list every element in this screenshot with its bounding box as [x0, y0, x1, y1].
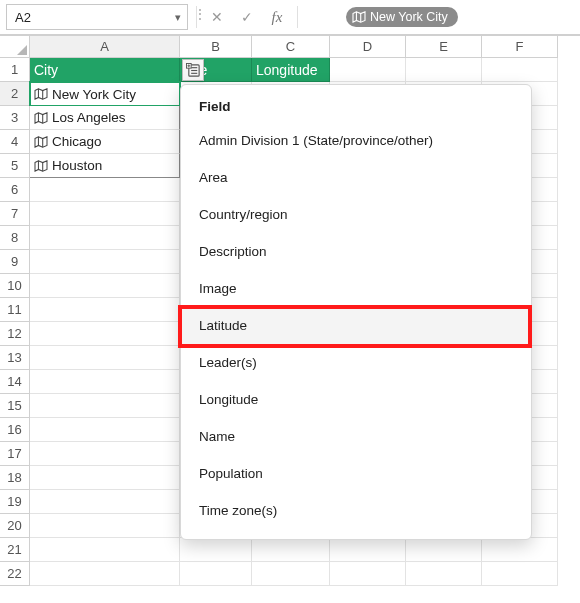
field-item-population[interactable]: Population	[181, 455, 531, 492]
map-icon	[34, 112, 48, 124]
field-item-leader-s[interactable]: Leader(s)	[181, 344, 531, 381]
field-item-description[interactable]: Description	[181, 233, 531, 270]
cell-A12[interactable]	[30, 322, 180, 346]
row-header[interactable]: 9	[0, 250, 30, 274]
field-item-area[interactable]: Area	[181, 159, 531, 196]
column-headers: A B C D E F	[0, 36, 580, 58]
cell-C1[interactable]: Longitude	[252, 58, 330, 82]
cell-B22[interactable]	[180, 562, 252, 586]
cell-E1[interactable]	[406, 58, 482, 82]
formula-bar: A2 ▾ ✕ ✓ fx New York City	[0, 0, 580, 34]
cell-A7[interactable]	[30, 202, 180, 226]
column-header-b[interactable]: B	[180, 36, 252, 58]
name-box-value: A2	[15, 10, 31, 25]
linked-data-chip[interactable]: New York City	[346, 7, 458, 27]
cell-A20[interactable]	[30, 514, 180, 538]
cancel-formula-button[interactable]: ✕	[205, 5, 229, 29]
map-icon	[34, 136, 48, 148]
cell-F22[interactable]	[482, 562, 558, 586]
cell-A5[interactable]: Houston	[30, 154, 180, 178]
linked-data-chip-label: New York City	[370, 10, 448, 24]
row-header[interactable]: 18	[0, 466, 30, 490]
column-header-c[interactable]: C	[252, 36, 330, 58]
row-header[interactable]: 7	[0, 202, 30, 226]
cell-A19[interactable]	[30, 490, 180, 514]
field-item-longitude[interactable]: Longitude	[181, 381, 531, 418]
cell-A8[interactable]	[30, 226, 180, 250]
separator	[297, 6, 298, 28]
cell-F1[interactable]	[482, 58, 558, 82]
cell-A6[interactable]	[30, 178, 180, 202]
row-header[interactable]: 12	[0, 322, 30, 346]
map-icon	[34, 88, 48, 100]
row-header[interactable]: 11	[0, 298, 30, 322]
spreadsheet-grid: A B C D E F 1CityudeLongitude2New York C…	[0, 34, 580, 586]
row-header[interactable]: 13	[0, 346, 30, 370]
cell-value: Los Angeles	[52, 110, 126, 125]
accept-formula-button[interactable]: ✓	[235, 5, 259, 29]
field-item-admin-division-1-state-province-other[interactable]: Admin Division 1 (State/province/other)	[181, 122, 531, 159]
cell-A22[interactable]	[30, 562, 180, 586]
column-header-f[interactable]: F	[482, 36, 558, 58]
field-item-country-region[interactable]: Country/region	[181, 196, 531, 233]
row-header[interactable]: 14	[0, 370, 30, 394]
cell-A3[interactable]: Los Angeles	[30, 106, 180, 130]
row-header[interactable]: 5	[0, 154, 30, 178]
select-all-corner[interactable]	[0, 36, 30, 58]
field-menu-title: Field	[181, 99, 531, 122]
cell-E21[interactable]	[406, 538, 482, 562]
cell-D1[interactable]	[330, 58, 406, 82]
row-header[interactable]: 1	[0, 58, 30, 82]
insert-data-button[interactable]	[182, 59, 204, 81]
cell-A17[interactable]	[30, 442, 180, 466]
column-header-e[interactable]: E	[406, 36, 482, 58]
grid-row: 22	[0, 562, 580, 586]
cell-F21[interactable]	[482, 538, 558, 562]
cell-A13[interactable]	[30, 346, 180, 370]
field-item-latitude[interactable]: Latitude	[181, 307, 531, 344]
row-header[interactable]: 21	[0, 538, 30, 562]
row-header[interactable]: 4	[0, 130, 30, 154]
row-header[interactable]: 15	[0, 394, 30, 418]
separator	[196, 6, 197, 28]
cell-A9[interactable]	[30, 250, 180, 274]
row-header[interactable]: 17	[0, 442, 30, 466]
cell-C21[interactable]	[252, 538, 330, 562]
cell-A2[interactable]: New York City	[30, 82, 180, 106]
chevron-down-icon: ▾	[175, 11, 181, 24]
field-item-image[interactable]: Image	[181, 270, 531, 307]
row-header[interactable]: 10	[0, 274, 30, 298]
row-header[interactable]: 16	[0, 418, 30, 442]
cell-C22[interactable]	[252, 562, 330, 586]
column-header-a[interactable]: A	[30, 36, 180, 58]
cell-A16[interactable]	[30, 418, 180, 442]
insert-function-button[interactable]: fx	[265, 5, 289, 29]
cell-A10[interactable]	[30, 274, 180, 298]
row-header[interactable]: 19	[0, 490, 30, 514]
map-icon	[352, 11, 366, 23]
cell-A14[interactable]	[30, 370, 180, 394]
row-header[interactable]: 3	[0, 106, 30, 130]
cell-E22[interactable]	[406, 562, 482, 586]
cell-A15[interactable]	[30, 394, 180, 418]
cell-D22[interactable]	[330, 562, 406, 586]
cell-B21[interactable]	[180, 538, 252, 562]
cell-A18[interactable]	[30, 466, 180, 490]
field-item-time-zone-s[interactable]: Time zone(s)	[181, 492, 531, 529]
row-header[interactable]: 22	[0, 562, 30, 586]
cell-A11[interactable]	[30, 298, 180, 322]
grid-row: 1CityudeLongitude	[0, 58, 580, 82]
cell-value: New York City	[52, 87, 136, 102]
row-header[interactable]: 2	[0, 82, 30, 106]
row-header[interactable]: 8	[0, 226, 30, 250]
row-header[interactable]: 20	[0, 514, 30, 538]
cell-A4[interactable]: Chicago	[30, 130, 180, 154]
field-item-name[interactable]: Name	[181, 418, 531, 455]
cell-A1[interactable]: City	[30, 58, 180, 82]
map-icon	[34, 160, 48, 172]
name-box[interactable]: A2 ▾	[6, 4, 188, 30]
cell-D21[interactable]	[330, 538, 406, 562]
row-header[interactable]: 6	[0, 178, 30, 202]
cell-A21[interactable]	[30, 538, 180, 562]
column-header-d[interactable]: D	[330, 36, 406, 58]
